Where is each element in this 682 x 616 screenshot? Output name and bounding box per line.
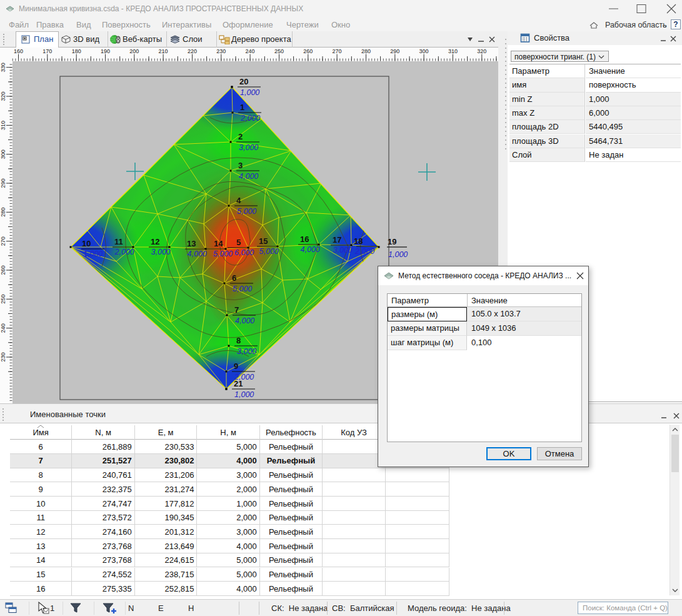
svg-text:1,000: 1,000	[240, 88, 259, 97]
svg-text:5,000: 5,000	[213, 250, 233, 258]
svg-text:3,000: 3,000	[333, 246, 353, 255]
svg-text:16: 16	[300, 235, 309, 244]
svg-text:17: 17	[333, 235, 341, 245]
svg-text:4: 4	[236, 196, 241, 205]
svg-text:300: 300	[419, 48, 429, 54]
svg-text:7: 7	[234, 305, 239, 315]
svg-text:330: 330	[0, 63, 6, 72]
svg-text:320: 320	[477, 48, 486, 54]
svg-text:13: 13	[187, 239, 196, 248]
svg-text:3,000: 3,000	[237, 347, 256, 356]
svg-text:200: 200	[129, 48, 139, 54]
svg-text:190: 190	[101, 48, 110, 54]
svg-text:15: 15	[259, 236, 268, 246]
svg-text:270: 270	[0, 236, 6, 246]
svg-text:19: 19	[388, 237, 396, 246]
svg-text:1,000: 1,000	[234, 390, 254, 399]
svg-text:2,000: 2,000	[240, 114, 260, 123]
svg-text:230: 230	[216, 48, 226, 54]
svg-text:12: 12	[151, 237, 159, 246]
svg-text:6,000: 6,000	[234, 248, 254, 257]
svg-text:250: 250	[274, 48, 284, 54]
svg-text:280: 280	[0, 208, 6, 217]
svg-text:4,000: 4,000	[301, 245, 320, 254]
svg-text:8: 8	[236, 336, 241, 345]
svg-text:4,000: 4,000	[239, 172, 258, 181]
svg-text:4,000: 4,000	[188, 250, 207, 258]
svg-text:5,000: 5,000	[233, 285, 252, 293]
svg-text:6: 6	[232, 273, 236, 283]
svg-text:160: 160	[14, 48, 23, 54]
svg-text:3,000: 3,000	[151, 248, 171, 256]
svg-text:1,000: 1,000	[83, 250, 103, 258]
svg-text:310: 310	[0, 121, 6, 130]
svg-text:20: 20	[239, 77, 248, 86]
svg-text:240: 240	[246, 48, 255, 54]
svg-text:320: 320	[0, 91, 6, 101]
svg-text:280: 280	[361, 48, 371, 54]
svg-text:21: 21	[234, 379, 243, 388]
svg-text:220: 220	[188, 48, 197, 54]
svg-text:3: 3	[238, 161, 243, 170]
svg-text:2,000: 2,000	[354, 247, 374, 256]
svg-text:9: 9	[234, 361, 238, 371]
svg-text:18: 18	[354, 236, 363, 246]
svg-text:230: 230	[0, 352, 6, 361]
svg-text:14: 14	[214, 239, 223, 248]
svg-text:11: 11	[114, 237, 123, 246]
svg-text:5,000: 5,000	[237, 207, 256, 216]
svg-text:260: 260	[303, 48, 313, 54]
svg-text:1: 1	[240, 103, 244, 112]
svg-text:250: 250	[0, 295, 6, 304]
svg-text:4,000: 4,000	[235, 316, 254, 325]
svg-text:3,000: 3,000	[239, 143, 258, 152]
svg-text:1,000: 1,000	[388, 250, 408, 259]
svg-text:210: 210	[159, 48, 168, 54]
svg-text:5,000: 5,000	[259, 247, 279, 256]
svg-text:170: 170	[43, 48, 52, 54]
svg-text:2,000: 2,000	[114, 248, 134, 256]
svg-text:290: 290	[390, 48, 399, 54]
svg-text:310: 310	[448, 48, 458, 54]
svg-text:10: 10	[82, 239, 91, 248]
svg-text:240: 240	[0, 323, 6, 333]
svg-text:5: 5	[236, 238, 241, 247]
svg-text:2: 2	[238, 132, 243, 141]
svg-text:270: 270	[333, 48, 342, 54]
svg-text:300: 300	[0, 149, 6, 159]
svg-text:180: 180	[72, 48, 81, 54]
svg-text:290: 290	[0, 178, 6, 188]
svg-text:260: 260	[0, 265, 6, 275]
